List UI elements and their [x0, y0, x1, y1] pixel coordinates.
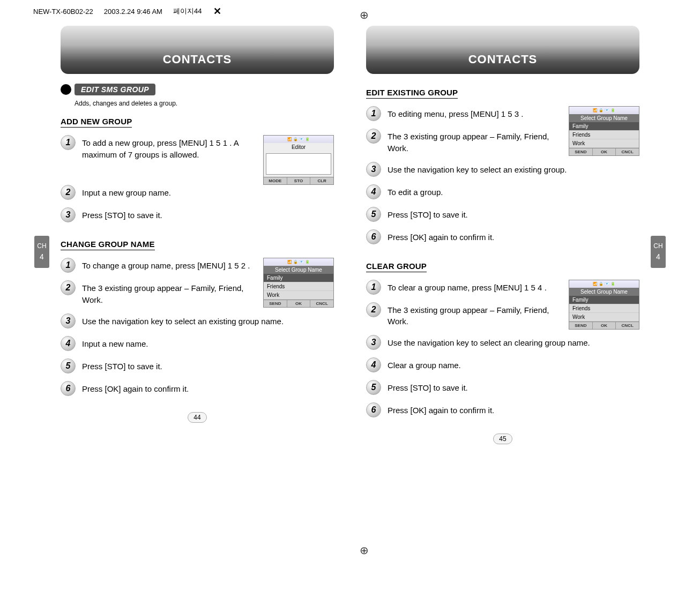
phone-list-item: Friends: [569, 304, 639, 313]
crop-cross-icon: ✕: [212, 5, 222, 17]
subheading-edit-existing-group: EDIT EXISTING GROUP: [366, 88, 458, 99]
softkey: OK: [287, 300, 311, 307]
step-number: 2: [61, 185, 76, 200]
step-number: 3: [366, 162, 381, 177]
step-text: To change a group name, press [MENU] 1 5…: [82, 258, 258, 272]
phone-list-item: Friends: [569, 131, 639, 139]
phone-mock-select-group: 📶 🔒 📧 🔋 Select Group Name Family Friends…: [263, 258, 334, 308]
phone-status-bar: 📶 🔒 📧 🔋: [264, 136, 333, 143]
chapter-tab-label: CH: [37, 243, 46, 249]
bullet-icon: [61, 84, 71, 95]
phone-list-item: Work: [569, 313, 639, 322]
softkey: CNCL: [616, 148, 639, 155]
step-number: 4: [366, 184, 381, 199]
step-text: Use the navigation key to select an clea…: [388, 335, 639, 349]
print-crop-meta: NEW-TX-60B02-22 2003.2.24 9:46 AM 페이지44 …: [33, 5, 222, 17]
page-header-text: CONTACTS: [163, 53, 232, 66]
step-number: 6: [366, 229, 381, 244]
step-number: 1: [366, 106, 381, 121]
page-header: CONTACTS: [366, 26, 639, 74]
step-text: Clear a group name.: [388, 357, 639, 371]
step-number: 4: [61, 336, 76, 351]
phone-list-item: Work: [569, 139, 639, 148]
softkey: CNCL: [616, 322, 639, 329]
step-number: 5: [366, 380, 381, 395]
step-text: The 3 existing group appear – Family, Fr…: [388, 302, 563, 328]
softkey: STO: [287, 177, 311, 184]
phone-status-bar: 📶 🔒 📧 🔋: [569, 107, 639, 114]
step-number: 1: [61, 258, 76, 273]
step-number: 1: [61, 135, 76, 150]
phone-mock-editor: 📶 🔒 📧 🔋 Editor MODE STO CLR: [263, 135, 334, 185]
phone-list-item: Family: [569, 122, 639, 131]
page-left: CONTACTS EDIT SMS GROUP Adds, changes an…: [55, 20, 339, 444]
step-text: Press [OK] again to confirm it.: [388, 402, 639, 416]
step-text: Press [STO] to save it.: [388, 207, 639, 221]
softkey: CLR: [310, 177, 333, 184]
step-number: 2: [366, 302, 381, 317]
step-text: The 3 existing group appear – Family, Fr…: [388, 129, 563, 154]
step-number: 3: [366, 335, 381, 350]
softkey: MODE: [264, 177, 287, 184]
step-number: 5: [61, 358, 76, 374]
step-number: 4: [366, 357, 381, 372]
step-text: Use the navigation key to select an exis…: [82, 313, 334, 327]
softkey: OK: [593, 148, 616, 155]
step-text: Press [OK] again to confirm it.: [82, 381, 334, 395]
page-number: 45: [493, 434, 512, 444]
step-text: To add a new group, press [MENU] 1 5 1 .…: [82, 135, 258, 161]
phone-list-item: Friends: [264, 282, 333, 291]
step-text: Input a new name.: [82, 336, 334, 350]
crop-mark-bottom: ⊕: [360, 544, 369, 557]
step-text: Press [STO] to save it.: [82, 207, 334, 221]
step-text: Use the navigation key to select an exis…: [388, 162, 639, 176]
chapter-tab-number: 4: [656, 252, 660, 261]
softkey: SEND: [264, 300, 287, 307]
crop-mark-top: ⊕: [360, 9, 369, 21]
step-text: To clear a group name, press [MENU] 1 5 …: [388, 280, 563, 294]
subheading-change-group-name: CHANGE GROUP NAME: [61, 240, 155, 250]
step-number: 2: [61, 280, 76, 295]
step-text: The 3 existing group appear – Family, Fr…: [82, 280, 258, 306]
phone-editor-input: [266, 153, 331, 175]
page-header: CONTACTS: [61, 26, 334, 74]
step-text: Press [OK] again to confirm it.: [388, 229, 639, 243]
phone-list-item: Family: [569, 296, 639, 304]
step-number: 6: [61, 381, 76, 396]
meta-timestamp: 2003.2.24 9:46 AM: [104, 8, 162, 16]
subheading-add-new-group: ADD NEW GROUP: [61, 117, 132, 128]
phone-title: Select Group Name: [569, 114, 639, 122]
step-number: 1: [366, 280, 381, 295]
softkey: CNCL: [310, 300, 333, 307]
page-header-text: CONTACTS: [468, 53, 538, 66]
step-text: To edit a group.: [388, 184, 639, 198]
chapter-tab-label: CH: [653, 243, 662, 249]
section-caption: Adds, changes and deletes a group.: [75, 100, 334, 107]
phone-mock-select-group: 📶 🔒 📧 🔋 Select Group Name Family Friends…: [569, 280, 639, 330]
phone-list-item: Family: [264, 274, 333, 282]
step-number: 5: [366, 207, 381, 222]
phone-title: Select Group Name: [264, 266, 333, 274]
chapter-tab-left: CH 4: [34, 236, 49, 268]
page-number: 44: [188, 412, 206, 423]
chapter-tab-right: CH 4: [651, 236, 666, 268]
phone-mock-select-group: 📶 🔒 📧 🔋 Select Group Name Family Friends…: [569, 106, 639, 156]
phone-title: Editor: [264, 143, 333, 151]
phone-title: Select Group Name: [569, 288, 639, 296]
meta-filename: NEW-TX-60B02-22: [33, 8, 93, 16]
phone-status-bar: 📶 🔒 📧 🔋: [569, 280, 639, 288]
step-number: 3: [61, 207, 76, 222]
phone-list-item: Work: [264, 291, 333, 300]
softkey: SEND: [569, 322, 593, 329]
subheading-clear-group: CLEAR GROUP: [366, 262, 427, 272]
step-number: 3: [61, 313, 76, 328]
step-text: Input a new group name.: [82, 185, 334, 199]
step-number: 2: [366, 129, 381, 144]
softkey: SEND: [569, 148, 593, 155]
step-text: Press [STO] to save it.: [388, 380, 639, 394]
step-text: Press [STO] to save it.: [82, 358, 334, 372]
section-pill: EDIT SMS GROUP: [75, 84, 155, 95]
step-number: 6: [366, 402, 381, 417]
chapter-tab-number: 4: [40, 252, 44, 261]
page-right: CONTACTS EDIT EXISTING GROUP 1 To editin…: [361, 20, 645, 444]
